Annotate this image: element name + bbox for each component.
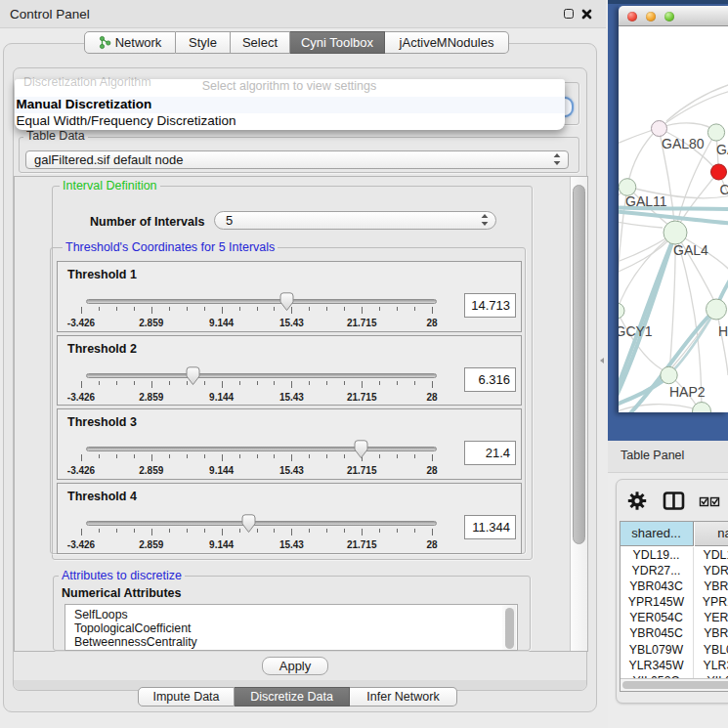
svg-text:C: C (720, 182, 728, 197)
svg-text:GA: GA (716, 142, 728, 157)
svg-text:GAL4: GAL4 (673, 242, 708, 258)
svg-text:GCY1: GCY1 (619, 323, 653, 339)
svg-text:H: H (718, 323, 728, 339)
svg-text:HAP2: HAP2 (669, 384, 706, 400)
svg-text:GAL11: GAL11 (625, 193, 667, 209)
svg-text:GAL80: GAL80 (662, 136, 705, 151)
